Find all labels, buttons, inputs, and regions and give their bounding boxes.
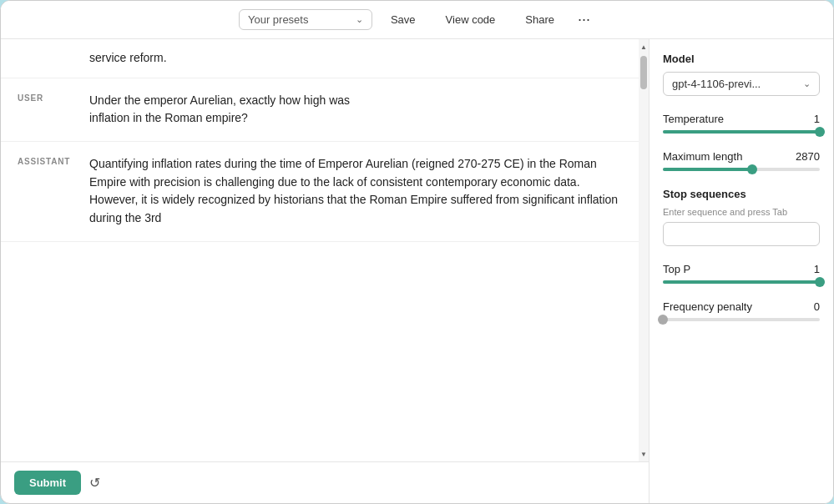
user-text-line1: Under the emperor Aurelian, exactly how … bbox=[89, 93, 350, 107]
view-code-button[interactable]: View code bbox=[434, 9, 508, 30]
freq-penalty-slider-track[interactable] bbox=[663, 318, 820, 321]
partial-message-row: service reform. bbox=[1, 39, 639, 78]
partial-text: service reform. bbox=[89, 51, 167, 64]
freq-penalty-row: Frequency penalty 0 bbox=[663, 300, 820, 313]
presets-label: Your presets bbox=[248, 13, 309, 26]
temperature-slider-track[interactable] bbox=[663, 130, 820, 134]
stop-sequences-input[interactable] bbox=[663, 222, 820, 246]
app-window: Your presets ⌄ Save View code Share ··· … bbox=[0, 0, 834, 504]
freq-penalty-section: Frequency penalty 0 bbox=[663, 300, 820, 321]
chat-scroll-wrapper: service reform. USER Under the emperor A… bbox=[1, 39, 649, 461]
freq-penalty-slider-thumb[interactable] bbox=[658, 315, 668, 325]
chat-scroll[interactable]: service reform. USER Under the emperor A… bbox=[1, 39, 639, 461]
temperature-value: 1 bbox=[814, 113, 820, 125]
max-length-slider-fill bbox=[663, 168, 752, 171]
user-role-label: USER bbox=[18, 92, 76, 128]
stop-sequences-label: Stop sequences bbox=[663, 188, 820, 200]
top-p-slider-thumb[interactable] bbox=[815, 277, 825, 287]
max-length-row: Maximum length 2870 bbox=[663, 150, 820, 163]
main-layout: service reform. USER Under the emperor A… bbox=[1, 39, 833, 503]
user-message-content[interactable]: Under the emperor Aurelian, exactly how … bbox=[89, 92, 622, 128]
top-p-value: 1 bbox=[814, 263, 820, 275]
max-length-label: Maximum length bbox=[663, 150, 742, 163]
partial-role-label bbox=[18, 49, 76, 68]
max-length-section: Maximum length 2870 bbox=[663, 150, 820, 171]
chevron-down-icon: ⌄ bbox=[356, 14, 363, 25]
share-button[interactable]: Share bbox=[513, 9, 566, 30]
assistant-text: Quantifying inflation rates during the t… bbox=[89, 157, 618, 224]
temperature-row: Temperature 1 bbox=[663, 113, 820, 125]
model-select[interactable]: gpt-4-1106-previ... ⌄ bbox=[663, 72, 820, 96]
presets-dropdown[interactable]: Your presets ⌄ bbox=[239, 9, 372, 30]
user-text-line2: inflation in the Roman empire? bbox=[89, 111, 248, 124]
scroll-track: ▲ ▼ bbox=[639, 39, 649, 461]
history-icon[interactable]: ↺ bbox=[89, 475, 100, 491]
temperature-slider-thumb[interactable] bbox=[815, 127, 825, 137]
top-p-row: Top P 1 bbox=[663, 263, 820, 275]
max-length-slider-track[interactable] bbox=[663, 168, 820, 171]
max-length-slider-thumb[interactable] bbox=[747, 164, 757, 174]
top-p-label: Top P bbox=[663, 263, 690, 275]
stop-sequences-hint: Enter sequence and press Tab bbox=[663, 207, 820, 217]
right-panel: Model gpt-4-1106-previ... ⌄ Temperature … bbox=[650, 39, 833, 503]
model-chevron-icon: ⌄ bbox=[803, 78, 811, 89]
scroll-thumb[interactable] bbox=[640, 56, 647, 89]
partial-message-content: service reform. bbox=[89, 49, 622, 68]
bottom-bar: Submit ↺ bbox=[1, 461, 649, 503]
top-p-slider-fill bbox=[663, 280, 820, 284]
top-p-slider-track[interactable] bbox=[663, 280, 820, 284]
stop-sequences-section: Stop sequences Enter sequence and press … bbox=[663, 188, 820, 246]
top-bar: Your presets ⌄ Save View code Share ··· bbox=[1, 1, 833, 39]
assistant-message-row: ASSISTANT Quantifying inflation rates du… bbox=[1, 142, 639, 242]
freq-penalty-label: Frequency penalty bbox=[663, 300, 752, 313]
freq-penalty-value: 0 bbox=[814, 300, 820, 313]
user-message-row: USER Under the emperor Aurelian, exactly… bbox=[1, 78, 639, 142]
save-button[interactable]: Save bbox=[379, 9, 427, 30]
submit-button[interactable]: Submit bbox=[14, 471, 81, 495]
top-p-section: Top P 1 bbox=[663, 263, 820, 284]
temperature-slider-fill bbox=[663, 130, 820, 134]
scroll-down-button[interactable]: ▼ bbox=[639, 448, 649, 460]
model-section: Model gpt-4-1106-previ... ⌄ bbox=[663, 53, 820, 96]
scroll-up-button[interactable]: ▲ bbox=[639, 41, 649, 53]
model-value: gpt-4-1106-previ... bbox=[672, 78, 761, 90]
temperature-label: Temperature bbox=[663, 113, 724, 125]
assistant-message-content: Quantifying inflation rates during the t… bbox=[89, 155, 622, 228]
model-label: Model bbox=[663, 53, 820, 65]
max-length-value: 2870 bbox=[796, 150, 820, 163]
temperature-section: Temperature 1 bbox=[663, 113, 820, 134]
more-options-button[interactable]: ··· bbox=[573, 9, 595, 30]
chat-area: service reform. USER Under the emperor A… bbox=[1, 39, 650, 503]
assistant-role-label: ASSISTANT bbox=[18, 155, 76, 228]
